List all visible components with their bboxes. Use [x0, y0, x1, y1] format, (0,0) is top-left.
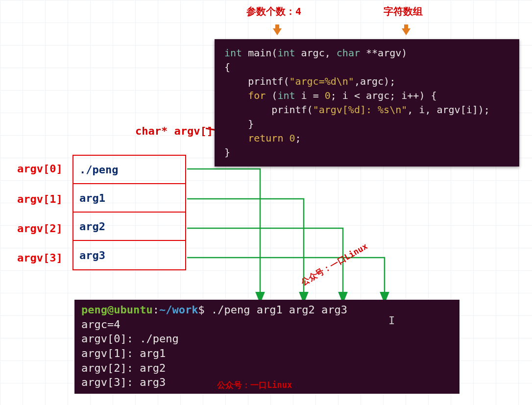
argv-array-box: ./peng arg1 arg2 arg3	[73, 155, 186, 270]
argv-label-2: argv[2]	[17, 222, 63, 235]
argv-cell-1: arg1	[73, 184, 185, 213]
argv-cell-0: ./peng	[73, 156, 185, 184]
argv-cell-2: arg2	[73, 213, 185, 241]
text-cursor-icon: I	[388, 314, 395, 327]
argv-label-0: argv[0]	[17, 163, 63, 175]
code-block-main: int main(int argc, char **argv) { printf…	[215, 39, 519, 167]
argv-title-label: char* argv[]	[135, 125, 213, 137]
argv-label-3: argv[3]	[17, 252, 63, 264]
argv-cell-3: arg3	[73, 241, 185, 269]
anno-char-array: 字符数组	[384, 5, 423, 18]
anno-argc-count: 参数个数：4	[246, 5, 301, 18]
arrow-argc-icon	[273, 28, 282, 35]
watermark-terminal: 公众号：一口Linux	[217, 380, 292, 391]
arrow-argv-icon	[402, 28, 411, 35]
argv-label-1: argv[1]	[17, 193, 63, 205]
